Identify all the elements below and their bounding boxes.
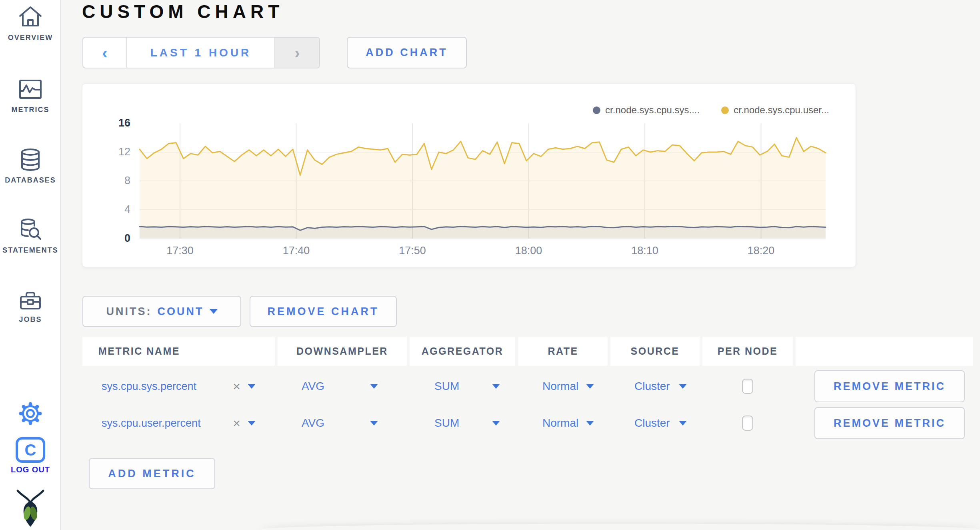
rate-dropdown[interactable]: Normal [518,407,608,439]
time-range-next-button[interactable]: › [274,38,319,68]
units-dropdown[interactable]: UNITS: COUNT [82,296,241,327]
metrics-icon [0,77,61,102]
per-node-cell [702,370,793,402]
brand-logo [0,489,61,528]
caret-down-icon [248,421,256,426]
x-axis-tick-label: 18:20 [733,245,789,257]
caret-down-icon [370,384,378,389]
downsampler-value: AVG [302,380,324,393]
metric-name-cell[interactable]: sys.cpu.sys.percent × [82,370,275,402]
aggregator-dropdown[interactable]: SUM [410,370,515,402]
cockroach-c-logo: C [16,437,45,463]
aggregator-value: SUM [434,417,459,430]
x-axis-tick-label: 18:00 [501,245,557,257]
x-axis-tick-label: 17:40 [268,245,324,257]
legend-item-sys[interactable]: cr.node.sys.cpu.sys.... [593,104,700,116]
caret-down-icon [248,384,256,389]
sidebar-item-databases[interactable]: DATABASES [0,147,61,185]
caret-down-icon [492,421,500,426]
x-axis-tick-label: 17:30 [152,245,208,257]
cockroach-logo-icon [0,489,61,528]
sidebar-item-metrics[interactable]: METRICS [0,77,61,114]
rate-dropdown[interactable]: Normal [518,370,608,402]
databases-icon [0,147,61,172]
bottom-shadow [261,524,980,530]
sidebar: OVERVIEW METRICS DATABASES [0,0,61,530]
downsampler-value: AVG [302,417,324,430]
sidebar-item-label: DATABASES [0,176,61,185]
caret-down-icon [210,309,218,314]
aggregator-value: SUM [434,380,459,393]
aggregator-dropdown[interactable]: SUM [410,407,515,439]
time-range-prev-button[interactable]: ‹ [83,38,127,68]
per-node-checkbox[interactable] [742,379,753,394]
jobs-icon [0,288,61,311]
caret-down-icon [586,421,594,426]
legend-dot-user [721,106,729,114]
metric-name-cell[interactable]: sys.cpu.user.percent × [82,407,275,439]
chart-plot-area[interactable] [140,123,826,239]
main-content: CUSTOM CHART ‹ LAST 1 HOUR › ADD CHART c… [61,0,980,530]
home-icon [0,5,61,30]
legend-label-sys: cr.node.sys.cpu.sys.... [605,104,700,116]
column-header-rate: RATE [518,337,608,366]
remove-chart-button[interactable]: REMOVE CHART [250,296,397,327]
source-value: Cluster [634,417,670,430]
column-header-metric-name: METRIC NAME [82,337,275,366]
y-axis-tick-label: 12 [90,146,130,158]
sidebar-item-settings[interactable] [0,401,61,426]
chevron-left-icon: ‹ [102,45,107,61]
y-axis-tick-label: 0 [90,232,130,245]
gear-icon [0,401,61,426]
c-logo-letter: C [25,441,36,459]
rate-value: Normal [542,380,578,393]
y-axis-tick-label: 8 [90,175,130,187]
statements-icon [0,217,61,242]
time-range-selector: ‹ LAST 1 HOUR › [82,37,320,68]
legend-label-user: cr.node.sys.cpu.user... [734,104,829,116]
x-axis-tick-label: 18:10 [617,245,673,257]
downsampler-dropdown[interactable]: AVG [278,370,407,402]
caret-down-icon [492,384,500,389]
chevron-right-icon: › [294,45,300,61]
add-chart-button[interactable]: ADD CHART [347,37,467,68]
legend-item-user[interactable]: cr.node.sys.cpu.user... [721,104,829,116]
add-metric-button[interactable]: ADD METRIC [89,458,215,489]
units-value: COUNT [158,305,204,318]
remove-metric-button[interactable]: REMOVE METRIC [814,407,965,439]
sidebar-item-statements[interactable]: STATEMENTS [0,217,61,255]
table-row: sys.cpu.sys.percent × AVG SUM Normal Clu… [61,370,980,402]
sidebar-item-label: METRICS [0,106,61,114]
clear-metric-icon[interactable]: × [233,416,240,431]
caret-down-icon [679,384,687,389]
time-range-display[interactable]: LAST 1 HOUR [127,38,274,68]
caret-down-icon [370,421,378,426]
rate-value: Normal [542,417,578,430]
column-header-downsampler: DOWNSAMPLER [278,337,407,366]
metric-name-value: sys.cpu.user.percent [102,417,201,430]
clear-metric-icon[interactable]: × [233,379,240,394]
y-axis-tick-label: 16 [90,117,130,129]
per-node-cell [702,407,793,439]
caret-down-icon [679,421,687,426]
y-axis-tick-label: 4 [90,203,130,216]
per-node-checkbox[interactable] [742,416,753,431]
source-dropdown[interactable]: Cluster [610,407,700,439]
chart-card: cr.node.sys.cpu.sys.... cr.node.sys.cpu.… [82,83,856,267]
sidebar-item-label: JOBS [0,315,61,324]
logout-label: LOG OUT [0,465,61,474]
sidebar-item-logout[interactable]: C LOG OUT [0,437,61,474]
sidebar-item-jobs[interactable]: JOBS [0,288,61,324]
column-header-per-node: PER NODE [702,337,793,366]
downsampler-dropdown[interactable]: AVG [278,407,407,439]
source-dropdown[interactable]: Cluster [610,370,700,402]
column-header-actions [796,337,973,366]
page-title: CUSTOM CHART [82,1,284,22]
sidebar-item-label: STATEMENTS [0,246,61,255]
remove-metric-button[interactable]: REMOVE METRIC [814,370,965,402]
sidebar-item-label: OVERVIEW [0,34,61,42]
table-row: sys.cpu.user.percent × AVG SUM Normal Cl… [61,407,980,439]
column-header-source: SOURCE [610,337,700,366]
sidebar-item-overview[interactable]: OVERVIEW [0,5,61,42]
units-label: UNITS: [106,305,152,318]
